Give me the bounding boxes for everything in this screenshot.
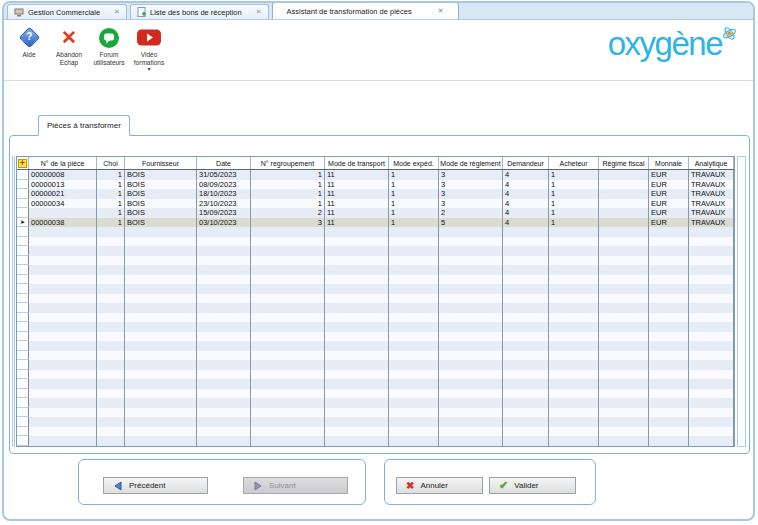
grid-cell[interactable]: TRAVAUX <box>689 189 734 199</box>
grid-cell[interactable] <box>649 427 689 437</box>
grid-cell[interactable] <box>649 398 689 408</box>
grid-cell[interactable]: 00000008 <box>29 170 97 180</box>
grid-cell[interactable] <box>389 341 439 351</box>
grid-cell[interactable] <box>29 436 97 446</box>
abandon-button[interactable]: ✕ Abandon Echap <box>49 24 89 80</box>
grid-cell[interactable] <box>325 275 389 285</box>
empty-row[interactable] <box>17 408 734 418</box>
grid-cell[interactable] <box>689 322 734 332</box>
grid-cell[interactable] <box>439 379 503 389</box>
grid-cell[interactable] <box>439 417 503 427</box>
empty-row[interactable] <box>17 294 734 304</box>
column-header[interactable]: Acheteur <box>549 157 599 169</box>
grid-cell[interactable] <box>389 398 439 408</box>
grid-cell[interactable] <box>689 360 734 370</box>
grid-cell[interactable] <box>389 265 439 275</box>
grid-cell[interactable]: 1 <box>389 180 439 190</box>
grid-cell[interactable] <box>251 408 325 418</box>
grid-cell[interactable] <box>197 351 251 361</box>
grid-cell[interactable] <box>389 417 439 427</box>
empty-row[interactable] <box>17 398 734 408</box>
grid-cell[interactable] <box>599 341 649 351</box>
grid-cell[interactable] <box>29 351 97 361</box>
grid-cell[interactable] <box>29 389 97 399</box>
grid-cell[interactable]: BOIS <box>125 189 197 199</box>
grid-cell[interactable]: BOIS <box>125 180 197 190</box>
grid-cell[interactable] <box>503 322 549 332</box>
empty-row[interactable] <box>17 237 734 247</box>
grid-cell[interactable] <box>599 417 649 427</box>
tab-liste-bons-reception[interactable]: Liste des bons de réception ✕ <box>130 4 269 19</box>
grid-cell[interactable] <box>439 313 503 323</box>
grid-cell[interactable] <box>439 351 503 361</box>
grid-cell[interactable] <box>125 227 197 237</box>
grid-cell[interactable] <box>503 246 549 256</box>
column-header[interactable]: Choi <box>97 157 125 169</box>
column-header[interactable]: Fournisseur <box>125 157 197 169</box>
grid-cell[interactable] <box>97 398 125 408</box>
grid-cell[interactable] <box>125 370 197 380</box>
grid-cell[interactable] <box>649 246 689 256</box>
grid-cell[interactable] <box>649 417 689 427</box>
grid-cell[interactable] <box>325 246 389 256</box>
empty-row[interactable] <box>17 351 734 361</box>
grid-cell[interactable]: 4 <box>503 199 549 209</box>
grid-cell[interactable] <box>649 303 689 313</box>
grid-cell[interactable] <box>503 398 549 408</box>
grid-cell[interactable]: 1 <box>97 189 125 199</box>
video-button[interactable]: Vidéo formations ▾ <box>129 24 169 80</box>
grid-cell[interactable] <box>29 332 97 342</box>
column-header[interactable]: Régime fiscal <box>599 157 649 169</box>
grid-cell[interactable] <box>549 237 599 247</box>
grid-cell[interactable]: 1 <box>251 170 325 180</box>
grid-cell[interactable]: BOIS <box>125 199 197 209</box>
grid-cell[interactable]: 1 <box>549 199 599 209</box>
grid-cell[interactable]: BOIS <box>125 218 197 228</box>
grid-cell[interactable] <box>549 408 599 418</box>
grid-cell[interactable] <box>649 322 689 332</box>
grid-cell[interactable] <box>29 256 97 266</box>
grid-cell[interactable] <box>325 417 389 427</box>
grid-cell[interactable] <box>649 436 689 446</box>
grid-cell[interactable] <box>599 360 649 370</box>
grid-cell[interactable]: 11 <box>325 189 389 199</box>
grid-cell[interactable] <box>599 265 649 275</box>
grid-cell[interactable] <box>251 341 325 351</box>
grid-cell[interactable]: 1 <box>97 180 125 190</box>
grid-cell[interactable] <box>325 227 389 237</box>
grid-cell[interactable] <box>503 427 549 437</box>
grid-cell[interactable] <box>503 436 549 446</box>
grid-cell[interactable] <box>439 303 503 313</box>
grid-cell[interactable] <box>197 284 251 294</box>
grid-cell[interactable] <box>29 313 97 323</box>
empty-row[interactable] <box>17 389 734 399</box>
grid-cell[interactable] <box>325 284 389 294</box>
column-header[interactable]: Demandeur <box>503 157 549 169</box>
grid-cell[interactable] <box>97 303 125 313</box>
grid-cell[interactable]: 1 <box>549 180 599 190</box>
grid-cell[interactable] <box>599 427 649 437</box>
grid-cell[interactable] <box>503 370 549 380</box>
cancel-button[interactable]: ✖ Annuler <box>396 477 483 494</box>
previous-button[interactable]: Précédent <box>103 477 208 494</box>
grid-cell[interactable] <box>29 208 97 218</box>
grid-cell[interactable]: 18/10/2023 <box>197 189 251 199</box>
grid-cell[interactable] <box>29 379 97 389</box>
grid-cell[interactable] <box>549 370 599 380</box>
grid-cell[interactable] <box>689 265 734 275</box>
grid-cell[interactable] <box>599 237 649 247</box>
grid-cell[interactable] <box>97 237 125 247</box>
grid-cell[interactable] <box>389 246 439 256</box>
grid-cell[interactable] <box>251 398 325 408</box>
grid-cell[interactable] <box>689 256 734 266</box>
grid-cell[interactable] <box>649 379 689 389</box>
grid-cell[interactable]: 1 <box>549 170 599 180</box>
empty-row[interactable] <box>17 417 734 427</box>
empty-row[interactable] <box>17 341 734 351</box>
grid-cell[interactable] <box>125 265 197 275</box>
grid-cell[interactable] <box>125 389 197 399</box>
grid-cell[interactable]: TRAVAUX <box>689 218 734 228</box>
empty-row[interactable] <box>17 332 734 342</box>
column-header[interactable]: Mode de transport <box>325 157 389 169</box>
grid-cell[interactable] <box>439 360 503 370</box>
